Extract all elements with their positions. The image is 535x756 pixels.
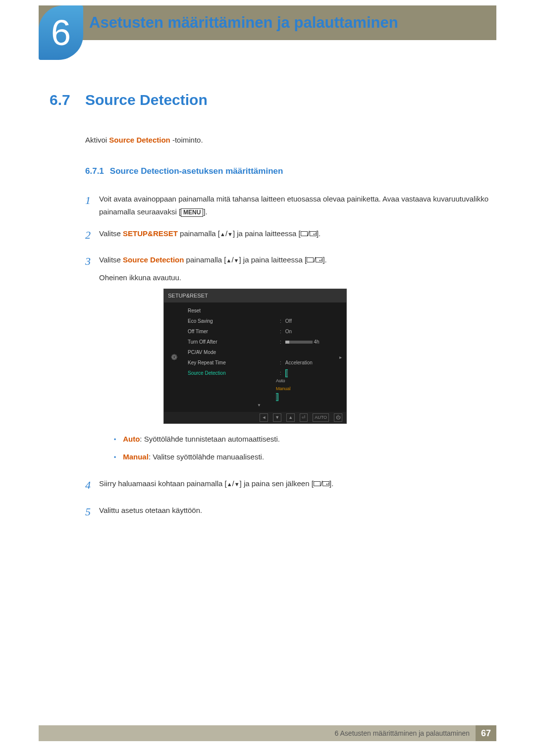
text: ] ja paina laitteessa [ bbox=[233, 229, 301, 238]
text: ]. bbox=[317, 229, 321, 238]
step-number: 2 bbox=[85, 226, 99, 244]
osd-menu: Reset Eco Saving:Off Off Timer:On Turn O… bbox=[184, 302, 334, 412]
enter-icon bbox=[310, 231, 317, 236]
rect-icon bbox=[301, 231, 308, 236]
footer-btn: ⏻ bbox=[334, 413, 342, 422]
bullet-label: Manual bbox=[123, 453, 149, 461]
text: ] ja paina laitteessa [ bbox=[239, 255, 307, 264]
subsection-header: 6.7.1 Source Detection-asetuksen määritt… bbox=[85, 166, 495, 176]
step-body: Voit avata avainoppaan painamalla mitä t… bbox=[99, 191, 495, 218]
bullet-text: : Valitse syöttölähde manuaalisesti. bbox=[149, 453, 264, 461]
triangle-down-icon bbox=[234, 255, 239, 264]
osd-label: Reset bbox=[188, 306, 201, 315]
bullet-manual: Manual: Valitse syöttölähde manuaalisest… bbox=[114, 451, 495, 463]
highlight: Source Detection bbox=[123, 255, 184, 264]
triangle-up-icon bbox=[227, 479, 232, 488]
osd-footer: ◄ ▼ ▲ ⏎ AUTO ⏻ bbox=[164, 412, 346, 423]
step-5: 5 Valittu asetus otetaan käyttöön. bbox=[85, 503, 495, 521]
step-number: 3 bbox=[85, 252, 99, 468]
osd-screenshot: SETUP&RESET Reset Eco Saving:Off Off Tim… bbox=[163, 289, 347, 424]
osd-right-arrow-icon: ▸ bbox=[334, 302, 346, 412]
osd-dropdown: AutoManual bbox=[276, 369, 330, 401]
dropdown-option-auto: Auto bbox=[276, 377, 330, 385]
osd-row-sourcedet: Source Detection:AutoManual bbox=[188, 368, 330, 402]
intro-text: Aktivoi Source Detection -toiminto. bbox=[85, 136, 495, 144]
text: Valitse bbox=[99, 255, 123, 264]
chapter-number: 6 bbox=[51, 12, 71, 53]
osd-row-eco: Eco Saving:Off bbox=[188, 316, 330, 326]
slash: / bbox=[231, 255, 233, 264]
highlight: SETUP&RESET bbox=[123, 229, 178, 238]
bullet-text: : Syöttölähde tunnistetaan automaattises… bbox=[140, 435, 280, 443]
text: painamalla [ bbox=[184, 255, 226, 264]
steps-list: 1 Voit avata avainoppaan painamalla mitä… bbox=[85, 191, 495, 521]
footer-page-number: 67 bbox=[476, 725, 496, 741]
osd-label: Eco Saving bbox=[188, 317, 213, 325]
osd-row-reset: Reset bbox=[188, 305, 330, 316]
text: Valitse bbox=[99, 229, 123, 238]
dropdown-option-manual: Manual bbox=[276, 385, 330, 393]
text: ] ja paina sen jälkeen [ bbox=[240, 479, 314, 488]
footer-text: 6 Asetusten määrittäminen ja palauttamin… bbox=[335, 729, 476, 737]
osd-label: Off Timer bbox=[188, 327, 208, 336]
triangle-up-icon bbox=[226, 255, 232, 264]
osd-label: PC/AV Mode bbox=[188, 348, 216, 356]
step-number: 1 bbox=[85, 191, 99, 218]
osd-label: Source Detection bbox=[188, 369, 226, 401]
osd-value: On bbox=[285, 329, 292, 334]
footer-btn: ▼ bbox=[273, 413, 281, 422]
footer-btn: ▲ bbox=[286, 413, 295, 422]
section-header: 6.7 Source Detection bbox=[50, 92, 495, 108]
content-area: 6.7 Source Detection Aktivoi Source Dete… bbox=[50, 92, 495, 529]
progress-bar-icon bbox=[285, 341, 313, 344]
step-1: 1 Voit avata avainoppaan painamalla mitä… bbox=[85, 191, 495, 218]
text: ]. bbox=[329, 479, 333, 488]
triangle-down-icon bbox=[227, 229, 233, 238]
step-3: 3 Valitse Source Detection painamalla [/… bbox=[85, 252, 495, 468]
triangle-down-icon bbox=[234, 479, 240, 488]
osd-value: Off bbox=[285, 318, 292, 324]
step-body: Valittu asetus otetaan käyttöön. bbox=[99, 503, 495, 521]
down-arrow-icon: ▼ bbox=[188, 402, 330, 409]
footer-btn: ⏎ bbox=[300, 413, 308, 422]
footer-btn: ◄ bbox=[260, 413, 268, 422]
step-2: 2 Valitse SETUP&RESET painamalla [/] ja … bbox=[85, 226, 495, 244]
osd-row-turnoff: Turn Off After: 4h bbox=[188, 337, 330, 347]
subsection-title: Source Detection-asetuksen määrittäminen bbox=[110, 166, 283, 176]
step-text: Voit avata avainoppaan painamalla mitä t… bbox=[99, 195, 488, 216]
bullet-list: Auto: Syöttölähde tunnistetaan automaatt… bbox=[114, 433, 495, 463]
step-text-after: ]. bbox=[203, 207, 207, 216]
step-body: Valitse Source Detection painamalla [/] … bbox=[99, 252, 495, 468]
osd-value: Acceleration bbox=[285, 360, 313, 365]
rect-icon bbox=[307, 257, 314, 262]
step-4: 4 Siirry haluamaasi kohtaan painamalla [… bbox=[85, 476, 495, 494]
osd-gear-icon bbox=[164, 302, 184, 412]
osd-body: Reset Eco Saving:Off Off Timer:On Turn O… bbox=[164, 302, 346, 412]
intro-suffix: -toiminto. bbox=[170, 136, 203, 144]
osd-row-pcav: PC/AV Mode bbox=[188, 347, 330, 357]
intro-prefix: Aktivoi bbox=[85, 136, 109, 144]
section-title: Source Detection bbox=[85, 92, 208, 108]
chapter-title: Asetusten määrittäminen ja palauttaminen bbox=[89, 14, 398, 32]
step-number: 4 bbox=[85, 476, 99, 494]
rect-icon bbox=[314, 481, 321, 486]
bullet-label: Auto bbox=[123, 435, 140, 443]
footer-bar: 6 Asetusten määrittäminen ja palauttamin… bbox=[39, 725, 496, 741]
osd-row-offtimer: Off Timer:On bbox=[188, 326, 330, 337]
osd-label: Key Repeat Time bbox=[188, 358, 226, 367]
enter-icon bbox=[316, 257, 322, 262]
menu-key-icon: MENU bbox=[181, 208, 203, 217]
text: Siirry haluamaasi kohtaan painamalla [ bbox=[99, 479, 227, 488]
step-number: 5 bbox=[85, 503, 99, 521]
osd-row-keyrepeat: Key Repeat Time:Acceleration bbox=[188, 357, 330, 368]
chapter-badge: 6 bbox=[39, 5, 83, 60]
text: painamalla [ bbox=[178, 229, 220, 238]
section-number: 6.7 bbox=[50, 92, 85, 108]
osd-value: 4h bbox=[314, 339, 320, 345]
triangle-up-icon bbox=[220, 229, 225, 238]
bullet-auto: Auto: Syöttölähde tunnistetaan automaatt… bbox=[114, 433, 495, 446]
osd-label: Turn Off After bbox=[188, 338, 217, 346]
trailing-text: Oheinen ikkuna avautuu. bbox=[99, 271, 495, 284]
step-body: Valitse SETUP&RESET painamalla [/] ja pa… bbox=[99, 226, 495, 244]
intro-highlight: Source Detection bbox=[109, 136, 170, 144]
